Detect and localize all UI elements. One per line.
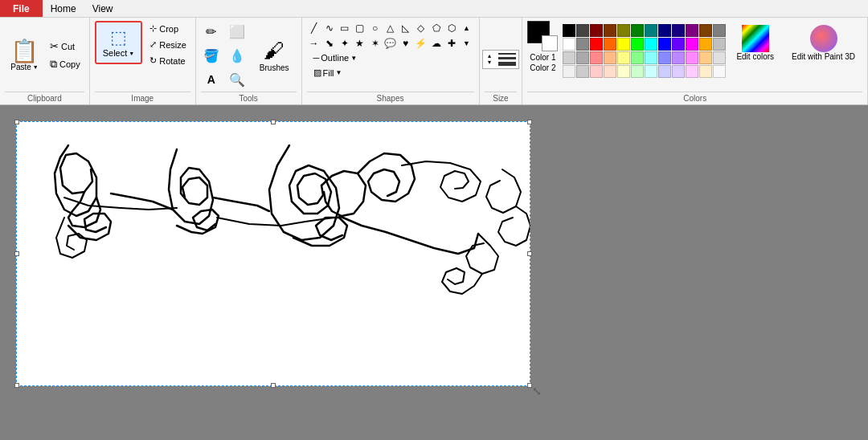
palette-color[interactable] xyxy=(658,65,671,78)
palette-color[interactable] xyxy=(563,24,575,37)
fill-tool-button[interactable]: 🪣 xyxy=(201,45,222,66)
shape-roundrect-btn[interactable]: ▢ xyxy=(353,21,367,35)
text-button[interactable]: A xyxy=(201,69,222,90)
brushes-button[interactable]: 🖌 Brushes xyxy=(252,36,297,75)
palette-color[interactable] xyxy=(590,24,603,37)
shape-callout-btn[interactable]: 💬 xyxy=(383,36,398,51)
shape-diagonal-btn[interactable]: ╱ xyxy=(307,21,321,35)
shape-triangle-btn[interactable]: △ xyxy=(383,21,398,35)
color1-button[interactable]: Color 1 Color 2 xyxy=(527,21,558,72)
palette-color[interactable] xyxy=(645,51,657,64)
shapes-more-btn[interactable]: ▲ xyxy=(460,21,474,35)
eraser-button[interactable]: ⬜ xyxy=(227,21,248,42)
shape-curve-btn[interactable]: ∿ xyxy=(322,21,337,35)
shape-darrow-btn[interactable]: ⬊ xyxy=(322,36,337,51)
palette-color[interactable] xyxy=(713,38,726,51)
palette-color[interactable] xyxy=(563,65,575,78)
rotate-button[interactable]: ↻ Rotate xyxy=(145,53,190,68)
color-pick-button[interactable]: 💧 xyxy=(227,45,248,66)
palette-color[interactable] xyxy=(713,65,726,78)
shape-rarrow-btn[interactable]: → xyxy=(307,36,321,51)
size-down-button[interactable]: ▾ xyxy=(486,59,493,66)
palette-color[interactable] xyxy=(617,38,630,51)
crop-button[interactable]: ⊹ Crop xyxy=(145,21,190,36)
palette-color[interactable] xyxy=(699,24,712,37)
palette-color[interactable] xyxy=(590,38,603,51)
paste-button[interactable]: 📋 Paste ▼ xyxy=(5,38,44,74)
view-menu[interactable]: View xyxy=(84,0,121,17)
outline-arrow: ▼ xyxy=(350,55,357,62)
palette-color[interactable] xyxy=(604,51,616,64)
palette-color[interactable] xyxy=(672,24,685,37)
pencil-button[interactable]: ✏ xyxy=(201,21,222,42)
palette-color[interactable] xyxy=(604,24,616,37)
home-menu[interactable]: Home xyxy=(43,0,84,17)
shape-rtriangle-btn[interactable]: ◺ xyxy=(399,21,413,35)
palette-color[interactable] xyxy=(672,38,685,51)
drawing-canvas[interactable] xyxy=(16,121,530,386)
select-button[interactable]: ⬚ Select ▼ xyxy=(96,22,141,63)
palette-color[interactable] xyxy=(713,24,726,37)
shape-diamond-btn[interactable]: ◇ xyxy=(414,21,428,35)
palette-color[interactable] xyxy=(576,24,589,37)
shape-pentagon-btn[interactable]: ⬠ xyxy=(429,21,444,35)
shape-heart-btn[interactable]: ♥ xyxy=(399,36,413,51)
palette-color[interactable] xyxy=(699,65,712,78)
palette-color[interactable] xyxy=(645,24,657,37)
palette-color[interactable] xyxy=(617,65,630,78)
canvas-area[interactable]: ⤡ xyxy=(0,105,868,440)
palette-color[interactable] xyxy=(631,38,644,51)
palette-color[interactable] xyxy=(686,51,698,64)
palette-color[interactable] xyxy=(631,51,644,64)
palette-color[interactable] xyxy=(631,24,644,37)
palette-color[interactable] xyxy=(658,51,671,64)
palette-color[interactable] xyxy=(604,65,616,78)
palette-color[interactable] xyxy=(617,51,630,64)
shape-hexagon-btn[interactable]: ⬡ xyxy=(444,21,459,35)
paint3d-button[interactable]: Edit with Paint 3D xyxy=(784,21,862,65)
palette-color[interactable] xyxy=(686,65,698,78)
palette-color[interactable] xyxy=(713,51,726,64)
palette-color[interactable] xyxy=(672,51,685,64)
shapes-less-btn[interactable]: ▼ xyxy=(460,36,474,51)
palette-color[interactable] xyxy=(658,24,671,37)
shape-cloud-btn[interactable]: ☁ xyxy=(429,36,444,51)
shape-rect-btn[interactable]: ▭ xyxy=(338,21,352,35)
copy-button[interactable]: ⧉ Copy xyxy=(46,55,84,73)
palette-color[interactable] xyxy=(590,51,603,64)
canvas-wrapper: ⤡ xyxy=(16,121,530,386)
palette-color[interactable] xyxy=(576,51,589,64)
shape-ellipse-btn[interactable]: ○ xyxy=(368,21,383,35)
palette-color[interactable] xyxy=(699,38,712,51)
edit-colors-button[interactable]: Edit colors xyxy=(731,21,780,65)
palette-color[interactable] xyxy=(590,65,603,78)
shape-cross-btn[interactable]: ✚ xyxy=(444,36,459,51)
shape-star5-btn[interactable]: ★ xyxy=(353,36,367,51)
shape-star6-btn[interactable]: ✶ xyxy=(368,36,383,51)
cut-button[interactable]: ✂ Cut xyxy=(46,38,84,55)
fill-button[interactable]: ▨ Fill ▼ xyxy=(310,66,361,79)
palette-color[interactable] xyxy=(699,51,712,64)
palette-color[interactable] xyxy=(658,38,671,51)
shape-star4-btn[interactable]: ✦ xyxy=(338,36,352,51)
palette-color[interactable] xyxy=(645,38,657,51)
palette-color[interactable] xyxy=(604,38,616,51)
magnify-button[interactable]: 🔍 xyxy=(227,69,248,90)
outline-button[interactable]: ─ Outline ▼ xyxy=(310,51,361,64)
palette-color[interactable] xyxy=(672,65,685,78)
palette-color[interactable] xyxy=(563,51,575,64)
paste-arrow-icon: ▼ xyxy=(33,64,39,70)
palette-color[interactable] xyxy=(631,65,644,78)
palette-color[interactable] xyxy=(576,38,589,51)
file-menu[interactable]: File xyxy=(0,0,43,17)
fill-arrow: ▼ xyxy=(336,69,342,76)
palette-color[interactable] xyxy=(645,65,657,78)
resize-button[interactable]: ⤢ Resize xyxy=(145,37,190,52)
shape-lightning-btn[interactable]: ⚡ xyxy=(414,36,428,51)
shapes-group: ╱ ∿ ▭ ▢ ○ △ ◺ ◇ ⬠ ⬡ ▲ → ⬊ ✦ ★ ✶ xyxy=(302,18,480,104)
palette-color[interactable] xyxy=(576,65,589,78)
palette-color[interactable] xyxy=(686,24,698,37)
palette-color[interactable] xyxy=(563,38,575,51)
palette-color[interactable] xyxy=(617,24,630,37)
palette-color[interactable] xyxy=(686,38,698,51)
